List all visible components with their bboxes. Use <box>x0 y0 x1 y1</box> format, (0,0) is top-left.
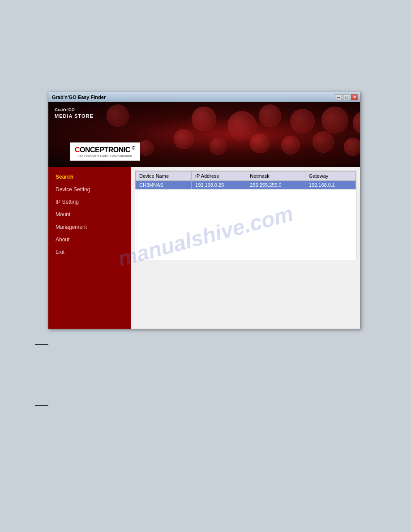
decorative-line-1 <box>35 344 48 345</box>
sidebar-item-about[interactable]: About <box>48 233 131 246</box>
content-panel: Device Name IP Address Netmask Gateway C… <box>131 167 360 329</box>
cell-netmask: 255.255.255.0 <box>246 181 305 189</box>
decorative-line-2 <box>35 405 48 406</box>
col-gateway: Gateway <box>305 172 355 181</box>
conceptronic-logo: CONCEPTRONIC ® The Concept of Global Com… <box>70 142 140 161</box>
cell-device-name: CH3MNAS <box>136 181 192 189</box>
app-window: Grab'n'GO Easy Finder ─ □ ✕ <box>48 92 360 329</box>
sidebar: Search Device Setting IP Setting Mount M… <box>48 167 131 329</box>
sidebar-item-exit[interactable]: Exit <box>48 246 131 258</box>
logo-rest: ONCEPTRONIC <box>80 146 130 154</box>
close-button[interactable]: ✕ <box>351 94 358 100</box>
sidebar-item-search[interactable]: Search <box>48 171 131 183</box>
decorative-circle <box>174 129 194 149</box>
maximize-button[interactable]: □ <box>343 94 350 100</box>
cell-ip-address: 192.168.0.25 <box>192 181 246 189</box>
decorative-circle <box>313 131 334 153</box>
device-table: Device Name IP Address Netmask Gateway C… <box>135 171 356 189</box>
decorative-circle <box>290 109 315 133</box>
table-header-row: Device Name IP Address Netmask Gateway <box>136 172 356 181</box>
col-ip-address: IP Address <box>192 172 246 181</box>
decorative-circle <box>192 107 216 131</box>
sidebar-item-ip-setting[interactable]: IP Setting <box>48 196 131 208</box>
title-bar: Grab'n'GO Easy Finder ─ □ ✕ <box>48 92 360 102</box>
header-banner: Grab'n'GO MEDIA STORE CONCEPTRONIC ® The… <box>48 102 360 167</box>
brand-text: Grab'n'GO MEDIA STORE <box>55 107 94 119</box>
window-controls: ─ □ ✕ <box>335 94 358 100</box>
brand-line1: Grab'n'GO <box>55 107 94 113</box>
col-device-name: Device Name <box>136 172 192 181</box>
minimize-button[interactable]: ─ <box>335 94 342 100</box>
sidebar-item-device-setting[interactable]: Device Setting <box>48 183 131 196</box>
decorative-circle <box>344 138 360 156</box>
logo-c: C <box>75 146 80 154</box>
window-title: Grab'n'GO Easy Finder <box>50 94 106 100</box>
brand-line2: MEDIA STORE <box>55 113 94 119</box>
decorative-circle <box>107 104 129 127</box>
sidebar-item-management[interactable]: Management <box>48 221 131 233</box>
main-content: Search Device Setting IP Setting Mount M… <box>48 167 360 329</box>
decorative-circle <box>138 140 154 156</box>
app-body: Grab'n'GO MEDIA STORE CONCEPTRONIC ® The… <box>48 102 360 329</box>
device-table-wrapper: Device Name IP Address Netmask Gateway C… <box>135 171 356 260</box>
cell-gateway: 192.168.0.1 <box>305 181 355 189</box>
decorative-circle <box>250 133 270 153</box>
sidebar-item-mount[interactable]: Mount <box>48 208 131 221</box>
decorative-circle <box>210 138 227 155</box>
decorative-circle <box>259 104 281 127</box>
decorative-circle <box>281 136 300 154</box>
table-row[interactable]: CH3MNAS192.168.0.25255.255.255.0192.168.… <box>136 181 356 189</box>
logo-tagline: The Concept of Global Communication <box>78 154 132 158</box>
col-netmask: Netmask <box>246 172 305 181</box>
decorative-circle <box>227 111 257 140</box>
logo-reg: ® <box>132 146 135 150</box>
decorative-circle <box>321 107 348 133</box>
